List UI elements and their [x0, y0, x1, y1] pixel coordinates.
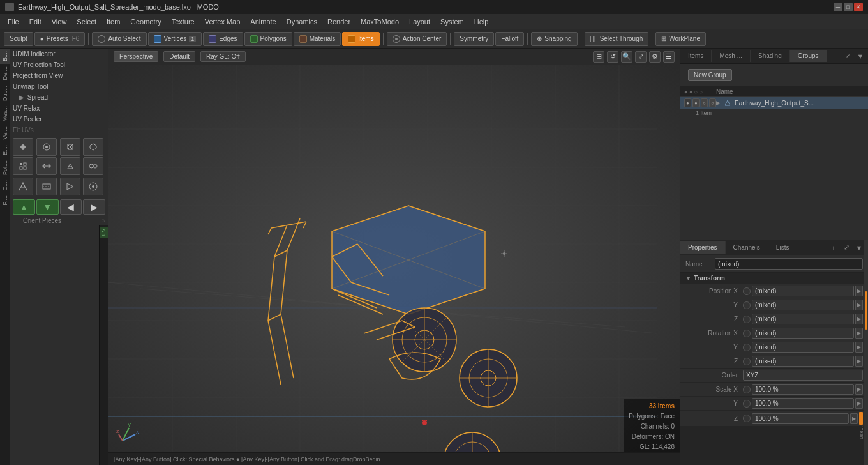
left-tab-f[interactable]: F:... [0, 193, 10, 208]
rot-y-indicator[interactable] [743, 344, 751, 351]
raygl-btn[interactable]: Ray GL: Off [200, 51, 246, 62]
tool-btn-5[interactable] [36, 157, 57, 175]
tab-channels[interactable]: Channels [726, 241, 768, 254]
viewport-icon-rotate[interactable]: ↺ [607, 51, 618, 63]
close-button[interactable]: ✕ [854, 3, 863, 11]
auto-select-button[interactable]: Auto Select [92, 32, 146, 46]
pos-z-indicator[interactable] [743, 316, 751, 323]
left-tab-mes[interactable]: Mes... [0, 103, 10, 125]
viewport-icon-maximize[interactable]: ⤢ [635, 51, 647, 63]
rot-x-arrow[interactable]: ▶ [855, 328, 863, 339]
pos-z-input[interactable] [752, 314, 854, 324]
tool-btn-2[interactable] [60, 138, 80, 156]
tool-btn-9[interactable] [36, 178, 57, 195]
menu-edit[interactable]: Edit [24, 16, 47, 27]
uv-projection-tool[interactable]: UV Projection Tool [10, 59, 108, 70]
menu-dynamics[interactable]: Dynamics [281, 16, 322, 27]
uv-relax-tool[interactable]: UV Relax [10, 103, 108, 114]
polygons-button[interactable]: Polygons [244, 32, 292, 46]
rot-x-indicator[interactable] [743, 330, 751, 337]
pos-y-indicator[interactable] [743, 301, 751, 309]
scale-y-indicator[interactable] [743, 400, 751, 408]
scene-3d[interactable]: 33 Items Polygons : Face Channels: 0 Def… [108, 65, 680, 465]
menu-maxtomodo[interactable]: MaxToModo [355, 16, 404, 27]
viewport-icon-zoom[interactable]: 🔍 [621, 51, 632, 63]
props-add-btn[interactable]: + [828, 243, 839, 253]
menu-layout[interactable]: Layout [404, 16, 435, 27]
menu-system[interactable]: System [435, 16, 469, 27]
default-btn[interactable]: Default [163, 51, 195, 62]
menu-select[interactable]: Select [71, 16, 101, 27]
viewport-icon-menu[interactable]: ☰ [663, 51, 675, 63]
udim-indicator-tool[interactable]: UDIM Indicator [10, 49, 108, 59]
uv-tab[interactable]: UV [100, 227, 108, 238]
action-center-button[interactable]: Action Center [387, 32, 447, 46]
snapping-button[interactable]: ⊕ Snapping [531, 32, 577, 46]
scale-y-input[interactable] [752, 398, 854, 409]
rot-x-input[interactable] [752, 328, 854, 339]
spread-tool[interactable]: ▶ Spread [10, 92, 108, 103]
left-tab-b[interactable]: B:... [0, 49, 10, 64]
pos-y-input[interactable] [752, 300, 854, 310]
menu-geometry[interactable]: Geometry [125, 16, 166, 27]
rot-z-input[interactable] [752, 356, 854, 367]
tool-btn-0[interactable] [13, 138, 33, 156]
fit-uvs-tool[interactable]: Fit UVs [10, 125, 108, 135]
maximize-button[interactable]: □ [844, 3, 853, 11]
scale-x-indicator[interactable] [743, 386, 751, 393]
pos-x-input[interactable] [752, 286, 854, 296]
expand-btn[interactable]: » [101, 217, 105, 224]
tab-groups[interactable]: Groups [790, 50, 827, 62]
sculpt-button[interactable]: Sculpt [4, 32, 33, 46]
tool-btn-1[interactable] [36, 138, 57, 156]
left-tab-pol[interactable]: Pol:... [0, 158, 10, 178]
viewport-icon-layout[interactable]: ⊞ [593, 51, 604, 63]
rot-z-arrow[interactable]: ▶ [855, 356, 863, 367]
tool-btn-6[interactable] [60, 157, 80, 175]
new-group-button[interactable]: New Group [688, 69, 732, 81]
scale-x-input[interactable] [752, 384, 854, 395]
falloff-button[interactable]: Falloff [495, 32, 524, 46]
use-tab[interactable]: Use... [858, 426, 864, 439]
symmetry-button[interactable]: Symmetry [454, 32, 494, 46]
menu-view[interactable]: View [47, 16, 72, 27]
arrow-up-green-button[interactable]: ▲ [13, 199, 35, 215]
materials-button[interactable]: Materials [294, 32, 341, 46]
edges-button[interactable]: Edges [203, 32, 243, 46]
tab-properties[interactable]: Properties [680, 241, 726, 254]
left-tab-dup[interactable]: Dup... [0, 83, 10, 103]
vertices-button[interactable]: Vertices 1 [148, 32, 202, 46]
tool-btn-8[interactable] [13, 178, 33, 195]
arrow-down-green-button[interactable]: ▼ [36, 199, 59, 215]
viewport-icon-settings[interactable]: ⚙ [649, 51, 661, 63]
tool-btn-11[interactable] [83, 178, 103, 195]
scale-z-btn[interactable]: ▶ [850, 413, 858, 424]
props-menu-icon[interactable]: ▼ [854, 243, 864, 253]
item-row-main[interactable]: ● ● ○ ○ ▶ Earthway_High_Output_S... [680, 97, 868, 109]
menu-render[interactable]: Render [322, 16, 355, 27]
item-eye-icon[interactable]: ● [684, 98, 691, 107]
menu-help[interactable]: Help [469, 16, 494, 27]
select-through-button[interactable]: Select Through [585, 32, 649, 46]
pos-x-arrow[interactable]: ▶ [855, 286, 863, 296]
tool-btn-4[interactable] [13, 157, 33, 175]
items-button[interactable]: Items [342, 32, 379, 46]
workplane-button[interactable]: ⊞ WorkPlane [655, 32, 706, 46]
menu-animate[interactable]: Animate [245, 16, 281, 27]
left-tab-de[interactable]: De:... [0, 64, 10, 83]
left-tab-e[interactable]: E:... [0, 142, 10, 158]
presets-button[interactable]: ● Presets F6 [34, 32, 86, 46]
panel-maximize-icon[interactable]: ⤢ [842, 51, 853, 61]
order-select[interactable]: XYZ [743, 370, 863, 381]
pos-z-arrow[interactable]: ▶ [855, 314, 863, 324]
tab-mesh[interactable]: Mesh ... [712, 50, 751, 62]
scale-z-input[interactable] [752, 413, 849, 424]
item-render-icon[interactable]: ○ [701, 98, 708, 107]
arrow-right-button[interactable]: ▶ [83, 199, 105, 215]
menu-texture[interactable]: Texture [167, 16, 200, 27]
tool-btn-3[interactable] [83, 138, 103, 156]
minimize-button[interactable]: ─ [834, 3, 842, 11]
tab-lists[interactable]: Lists [768, 241, 798, 254]
menu-file[interactable]: File [3, 16, 24, 27]
unwrap-tool[interactable]: Unwrap Tool [10, 81, 108, 92]
